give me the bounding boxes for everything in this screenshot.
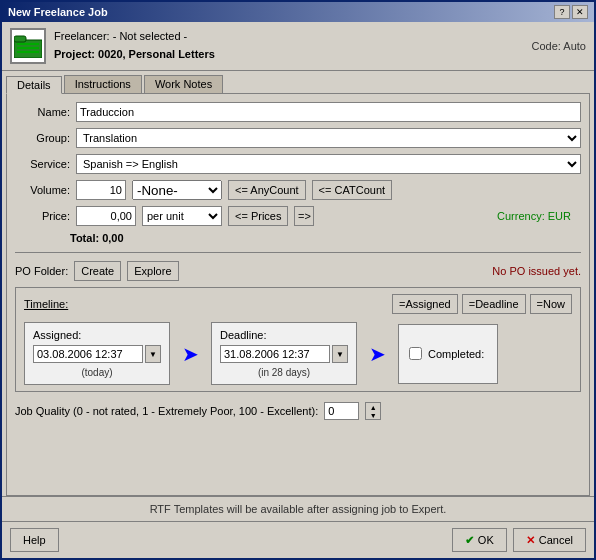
deadline-btn[interactable]: =Deadline: [462, 294, 526, 314]
deadline-input-row: ▼: [220, 345, 348, 363]
svg-rect-3: [17, 47, 39, 49]
anycount-btn[interactable]: <= AnyCount: [228, 180, 306, 200]
timeline-buttons: =Assigned =Deadline =Now: [392, 294, 572, 314]
group-label: Group:: [15, 132, 70, 144]
name-row: Name:: [15, 102, 581, 122]
project-line: Project: 0020, Personal Letters: [54, 46, 215, 64]
svg-rect-1: [14, 36, 26, 42]
price-label: Price:: [15, 210, 70, 222]
currency-label: Currency: EUR: [497, 210, 581, 222]
service-row: Service: Spanish => English: [15, 154, 581, 174]
tab-worknotes[interactable]: Work Notes: [144, 75, 223, 93]
deadline-sub: (in 28 days): [220, 367, 348, 378]
per-unit-select[interactable]: per unit: [142, 206, 222, 226]
group-row: Group: Translation: [15, 128, 581, 148]
quality-label: Job Quality (0 - not rated, 1 - Extremel…: [15, 405, 318, 417]
assigned-btn[interactable]: =Assigned: [392, 294, 458, 314]
ok-button[interactable]: ✔ OK: [452, 528, 507, 552]
help-button[interactable]: Help: [10, 528, 59, 552]
quality-row: Job Quality (0 - not rated, 1 - Extremel…: [15, 398, 581, 424]
total-value: Total: 0,00: [70, 232, 124, 244]
price-row: Price: per unit <= Prices => Currency: E…: [15, 206, 581, 226]
app-icon: [10, 28, 46, 64]
title-bar: New Freelance Job ? ✕: [2, 2, 594, 22]
assigned-sub: (today): [33, 367, 161, 378]
freelancer-value: - Not selected -: [113, 30, 188, 42]
project-value: 0020, Personal Letters: [98, 48, 215, 60]
name-label: Name:: [15, 106, 70, 118]
folder-svg: [14, 34, 42, 58]
assigned-input[interactable]: [33, 345, 143, 363]
cancel-label: Cancel: [539, 534, 573, 546]
code-label: Code:: [532, 40, 561, 52]
total-row: Total: 0,00: [15, 232, 581, 244]
explore-btn[interactable]: Explore: [127, 261, 178, 281]
volume-row: Volume: -None- <= AnyCount <= CATCount: [15, 180, 581, 200]
completed-box: Completed:: [398, 324, 498, 384]
now-btn[interactable]: =Now: [530, 294, 572, 314]
ok-cancel-area: ✔ OK ✕ Cancel: [452, 528, 586, 552]
svg-rect-2: [17, 43, 39, 45]
timeline-content: Assigned: ▼ (today) ➤ Deadline: ▼: [24, 322, 572, 385]
service-select[interactable]: Spanish => English: [76, 154, 581, 174]
code-value: Auto: [563, 40, 586, 52]
completed-checkbox[interactable]: [409, 347, 422, 360]
no-po-text: No PO issued yet.: [492, 265, 581, 277]
window-title: New Freelance Job: [8, 6, 108, 18]
deadline-dropdown-btn[interactable]: ▼: [332, 345, 348, 363]
freelancer-line: Freelancer: - Not selected -: [54, 28, 215, 46]
x-icon: ✕: [526, 534, 535, 547]
assigned-label: Assigned:: [33, 329, 161, 341]
header-area: Freelancer: - Not selected - Project: 00…: [2, 22, 594, 71]
header-text: Freelancer: - Not selected - Project: 00…: [54, 28, 215, 63]
po-folder-label: PO Folder:: [15, 265, 68, 277]
catcount-btn[interactable]: <= CATCount: [312, 180, 392, 200]
tab-instructions[interactable]: Instructions: [64, 75, 142, 93]
arrow-btn[interactable]: =>: [294, 206, 314, 226]
rtf-note: RTF Templates will be available after as…: [2, 496, 594, 522]
none-select[interactable]: -None-: [132, 180, 222, 200]
help-title-btn[interactable]: ?: [554, 5, 570, 19]
create-btn[interactable]: Create: [74, 261, 121, 281]
ok-label: OK: [478, 534, 494, 546]
timeline-section: Timeline: =Assigned =Deadline =Now Assig…: [15, 287, 581, 392]
arrow-right-2: ➤: [369, 342, 386, 366]
spinner-up-btn[interactable]: ▲: [366, 403, 380, 411]
quality-input[interactable]: [324, 402, 359, 420]
close-title-btn[interactable]: ✕: [572, 5, 588, 19]
freelancer-label: Freelancer:: [54, 30, 110, 42]
deadline-input[interactable]: [220, 345, 330, 363]
po-left: PO Folder: Create Explore: [15, 261, 179, 281]
price-input[interactable]: [76, 206, 136, 226]
timeline-header: Timeline: =Assigned =Deadline =Now: [24, 294, 572, 314]
assigned-dropdown-btn[interactable]: ▼: [145, 345, 161, 363]
timeline-label: Timeline:: [24, 298, 68, 310]
assigned-box: Assigned: ▼ (today): [24, 322, 170, 385]
code-area: Code: Auto: [532, 40, 586, 52]
check-icon: ✔: [465, 534, 474, 547]
quality-spinner[interactable]: ▲ ▼: [365, 402, 381, 420]
svg-rect-4: [17, 51, 39, 53]
tabs-area: Details Instructions Work Notes: [2, 71, 594, 93]
content-area: Name: Group: Translation Service: Spanis…: [6, 93, 590, 496]
main-window: New Freelance Job ? ✕ Freelancer: - Not: [0, 0, 596, 560]
cancel-button[interactable]: ✕ Cancel: [513, 528, 586, 552]
project-label: Project:: [54, 48, 95, 60]
deadline-label: Deadline:: [220, 329, 348, 341]
deadline-box: Deadline: ▼ (in 28 days): [211, 322, 357, 385]
spinner-down-btn[interactable]: ▼: [366, 411, 380, 419]
po-row: PO Folder: Create Explore No PO issued y…: [15, 261, 581, 281]
volume-label: Volume:: [15, 184, 70, 196]
tab-details[interactable]: Details: [6, 76, 62, 94]
title-bar-buttons: ? ✕: [554, 5, 588, 19]
separator1: [15, 252, 581, 253]
volume-input[interactable]: [76, 180, 126, 200]
group-select[interactable]: Translation: [76, 128, 581, 148]
header-left: Freelancer: - Not selected - Project: 00…: [10, 28, 215, 64]
name-input[interactable]: [76, 102, 581, 122]
assigned-input-row: ▼: [33, 345, 161, 363]
service-label: Service:: [15, 158, 70, 170]
arrow-right-1: ➤: [182, 342, 199, 366]
completed-label: Completed:: [428, 348, 484, 360]
prices-btn[interactable]: <= Prices: [228, 206, 288, 226]
